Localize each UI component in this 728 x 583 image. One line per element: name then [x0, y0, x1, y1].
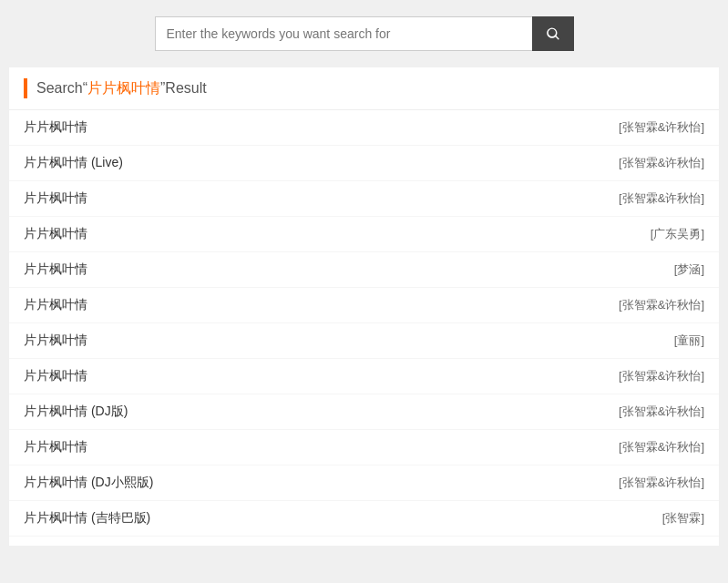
- result-title: 片片枫叶情: [24, 368, 87, 384]
- result-item[interactable]: 片片枫叶情[张智霖&许秋怡]: [9, 359, 719, 394]
- result-title: 片片枫叶情 (吉特巴版): [24, 510, 150, 527]
- search-icon: [545, 26, 561, 42]
- result-title: 片片枫叶情 (DJ版): [24, 404, 128, 420]
- result-artist: [张智霖&许秋怡]: [619, 190, 704, 207]
- result-item[interactable]: 片片枫叶情 (DJ小熙版)[张智霖&许秋怡]: [9, 465, 719, 501]
- results-header-keyword: 片片枫叶情: [87, 80, 160, 96]
- result-item[interactable]: 片片枫叶情 (DJ版)[张智霖&许秋怡]: [9, 394, 719, 430]
- search-input[interactable]: [155, 16, 532, 51]
- result-title: 片片枫叶情: [24, 190, 87, 207]
- result-artist: [张智霖&许秋怡]: [619, 155, 704, 171]
- results-header-text: Search“片片枫叶情”Result: [36, 79, 207, 98]
- results-container: Search“片片枫叶情”Result 片片枫叶情[张智霖&许秋怡]片片枫叶情 …: [9, 67, 719, 546]
- result-item[interactable]: 片片枫叶情[张智霖&许秋怡]: [9, 181, 719, 217]
- result-title: 片片枫叶情 (Live): [24, 155, 123, 171]
- result-title: 片片枫叶情: [24, 439, 87, 455]
- results-header-suffix: ”Result: [160, 80, 207, 96]
- result-artist: [童丽]: [674, 332, 704, 349]
- result-item[interactable]: 片片枫叶情 (吉特巴版)[张智霖]: [9, 501, 719, 537]
- result-artist: [张智霖]: [662, 510, 704, 527]
- result-item[interactable]: 片片枫叶情[童丽]: [9, 323, 719, 359]
- result-title: 片片枫叶情: [24, 297, 87, 313]
- search-button[interactable]: [532, 16, 574, 51]
- result-artist: [张智霖&许秋怡]: [619, 368, 704, 384]
- results-header-accent: [24, 78, 27, 98]
- result-item[interactable]: 片片枫叶情[张智霖&许秋怡]: [9, 110, 719, 146]
- result-artist: [张智霖&许秋怡]: [619, 404, 704, 420]
- result-title: 片片枫叶情: [24, 119, 87, 136]
- result-item[interactable]: 片片枫叶情[张智霖&许秋怡]: [9, 288, 719, 323]
- result-artist: [张智霖&许秋怡]: [619, 119, 704, 136]
- result-item[interactable]: 片片枫叶情 (Live)[张智霖&许秋怡]: [9, 146, 719, 181]
- search-bar-container: [0, 0, 728, 67]
- result-artist: [张智霖&许秋怡]: [619, 439, 704, 455]
- result-title: 片片枫叶情: [24, 332, 87, 349]
- result-artist: [广东吴勇]: [651, 226, 704, 242]
- result-title: 片片枫叶情 (DJ小熙版): [24, 475, 153, 491]
- results-header-prefix: Search“: [36, 80, 87, 96]
- result-artist: [张智霖&许秋怡]: [619, 297, 704, 313]
- results-list: 片片枫叶情[张智霖&许秋怡]片片枫叶情 (Live)[张智霖&许秋怡]片片枫叶情…: [9, 110, 719, 537]
- result-artist: [梦涵]: [674, 261, 704, 278]
- search-bar: [155, 16, 574, 51]
- result-item[interactable]: 片片枫叶情[梦涵]: [9, 252, 719, 288]
- result-title: 片片枫叶情: [24, 261, 87, 278]
- result-title: 片片枫叶情: [24, 226, 87, 242]
- result-item[interactable]: 片片枫叶情[张智霖&许秋怡]: [9, 430, 719, 465]
- result-item[interactable]: 片片枫叶情[广东吴勇]: [9, 217, 719, 252]
- result-artist: [张智霖&许秋怡]: [619, 475, 704, 491]
- results-header: Search“片片枫叶情”Result: [9, 67, 719, 110]
